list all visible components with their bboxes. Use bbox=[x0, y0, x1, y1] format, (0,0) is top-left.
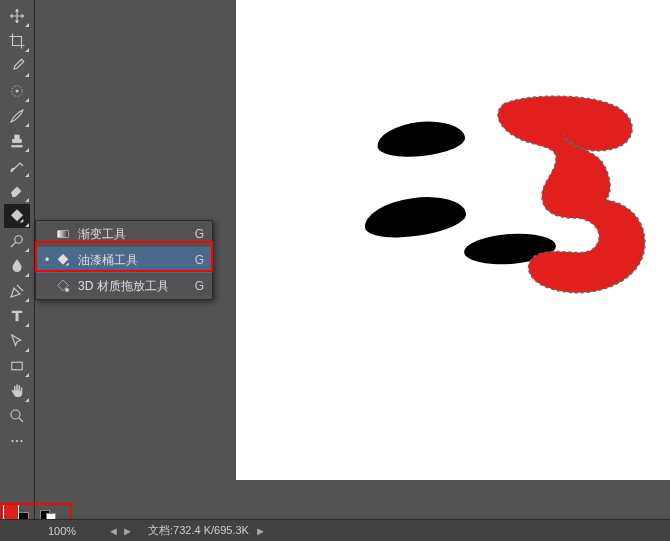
healing-brush-tool[interactable] bbox=[4, 79, 30, 103]
stamp-tool[interactable] bbox=[4, 129, 30, 153]
dodge-tool[interactable] bbox=[4, 229, 30, 253]
zoom-tool[interactable] bbox=[4, 404, 30, 428]
svg-point-6 bbox=[16, 440, 18, 442]
material-drop-icon bbox=[52, 278, 74, 294]
eyedropper-tool[interactable] bbox=[4, 54, 30, 78]
svg-rect-3 bbox=[12, 362, 23, 370]
svg-point-1 bbox=[16, 90, 19, 93]
flyout-label: 渐变工具 bbox=[74, 226, 188, 243]
eraser-tool[interactable] bbox=[4, 179, 30, 203]
flyout-shortcut: G bbox=[188, 253, 204, 267]
doc-info-arrow-icon[interactable]: ► bbox=[255, 525, 269, 537]
flyout-label: 油漆桶工具 bbox=[74, 252, 188, 269]
flyout-item-paint-bucket[interactable]: • 油漆桶工具 G bbox=[36, 247, 212, 273]
doc-label: 文档: bbox=[148, 524, 173, 536]
flyout-item-3d-material[interactable]: 3D 材质拖放工具 G bbox=[36, 273, 212, 299]
paint-bucket-icon bbox=[52, 252, 74, 268]
type-tool[interactable] bbox=[4, 304, 30, 328]
move-tool[interactable] bbox=[4, 4, 30, 28]
foreground-color-swatch[interactable] bbox=[3, 504, 19, 520]
flyout-shortcut: G bbox=[188, 279, 204, 293]
svg-point-5 bbox=[11, 440, 13, 442]
status-bar: 100% ◄ ► 文档:732.4 K/695.3K ► bbox=[0, 519, 670, 541]
rectangle-tool[interactable] bbox=[4, 354, 30, 378]
svg-point-2 bbox=[15, 236, 23, 244]
zoom-level[interactable]: 100% bbox=[48, 525, 108, 537]
svg-point-9 bbox=[65, 288, 69, 292]
doc-size-value: 732.4 K/695.3K bbox=[173, 524, 249, 536]
gradient-icon bbox=[52, 226, 74, 242]
svg-point-4 bbox=[11, 410, 20, 419]
history-brush-tool[interactable] bbox=[4, 154, 30, 178]
flyout-shortcut: G bbox=[188, 227, 204, 241]
zoom-arrow-right-icon[interactable]: ► bbox=[122, 525, 136, 537]
crop-tool[interactable] bbox=[4, 29, 30, 53]
flyout-active-dot: • bbox=[42, 253, 52, 267]
blur-tool[interactable] bbox=[4, 254, 30, 278]
path-selection-tool[interactable] bbox=[4, 329, 30, 353]
svg-rect-8 bbox=[58, 231, 69, 238]
tools-panel bbox=[0, 0, 35, 541]
svg-point-7 bbox=[20, 440, 22, 442]
document-canvas[interactable] bbox=[236, 0, 670, 480]
brush-tool[interactable] bbox=[4, 104, 30, 128]
bucket-tool-flyout: 渐变工具 G • 油漆桶工具 G 3D 材质拖放工具 G bbox=[35, 220, 213, 300]
flyout-item-gradient[interactable]: 渐变工具 G bbox=[36, 221, 212, 247]
flyout-label: 3D 材质拖放工具 bbox=[74, 278, 188, 295]
hand-tool[interactable] bbox=[4, 379, 30, 403]
doc-size-label: 文档:732.4 K/695.3K bbox=[136, 523, 249, 538]
edit-toolbar[interactable] bbox=[4, 429, 30, 453]
pen-tool[interactable] bbox=[4, 279, 30, 303]
paint-bucket-tool[interactable] bbox=[4, 204, 30, 228]
zoom-arrow-left-icon[interactable]: ◄ bbox=[108, 525, 122, 537]
